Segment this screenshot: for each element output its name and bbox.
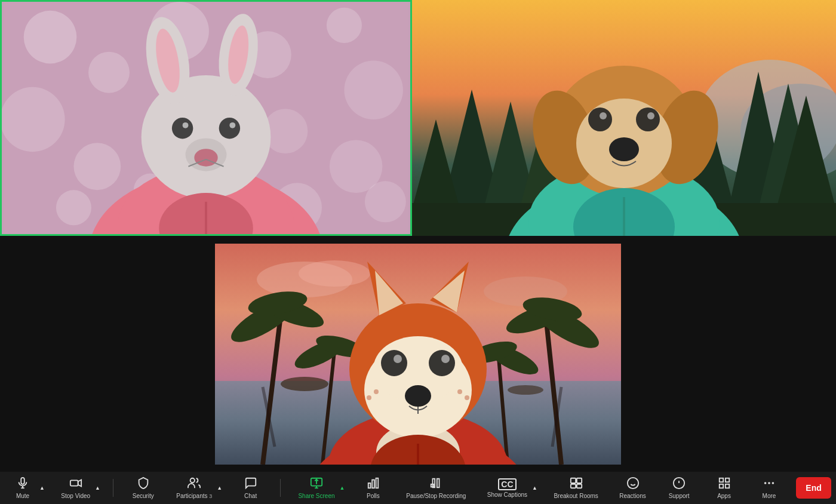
stop-video-button[interactable]: Stop Video bbox=[55, 474, 96, 502]
svg-point-97 bbox=[457, 389, 462, 394]
stop-video-label: Stop Video bbox=[61, 493, 90, 499]
svg-point-26 bbox=[229, 122, 235, 128]
more-label: More bbox=[763, 493, 776, 499]
apps-label: Apps bbox=[717, 493, 731, 499]
reactions-icon bbox=[626, 477, 640, 491]
svg-rect-120 bbox=[577, 478, 582, 483]
reactions-button[interactable]: Reactions bbox=[613, 474, 651, 502]
share-screen-button[interactable]: Share Screen bbox=[292, 474, 340, 502]
polls-button[interactable]: Polls bbox=[355, 474, 391, 502]
participants-label: Participants 3 bbox=[176, 493, 212, 499]
breakout-rooms-button[interactable]: Breakout Rooms bbox=[548, 474, 604, 502]
participants-icon bbox=[188, 477, 201, 491]
toolbar: Mute ▲ Stop Video ▲ bbox=[0, 472, 836, 504]
svg-point-55 bbox=[609, 137, 639, 161]
participants-group: Participants 3 ▲ bbox=[170, 474, 223, 502]
svg-point-91 bbox=[394, 355, 402, 363]
share-screen-label: Share Screen bbox=[298, 493, 334, 499]
svg-point-60 bbox=[299, 260, 370, 287]
more-button[interactable]: More bbox=[751, 474, 787, 502]
svg-point-8 bbox=[73, 143, 121, 190]
svg-rect-122 bbox=[577, 484, 582, 488]
svg-point-133 bbox=[764, 482, 767, 484]
chat-button[interactable]: Chat bbox=[233, 474, 269, 502]
svg-point-77 bbox=[281, 377, 328, 391]
participants-chevron[interactable]: ▲ bbox=[216, 476, 223, 500]
breakout-rooms-icon bbox=[570, 477, 583, 491]
svg-point-7 bbox=[2, 87, 65, 152]
svg-point-51 bbox=[588, 107, 612, 131]
support-button[interactable]: Support bbox=[661, 474, 697, 502]
polls-icon bbox=[367, 477, 380, 491]
svg-point-123 bbox=[627, 478, 638, 488]
svg-rect-115 bbox=[376, 478, 378, 488]
share-screen-chevron[interactable]: ▲ bbox=[339, 476, 346, 500]
mute-button[interactable]: Mute bbox=[5, 474, 41, 502]
svg-rect-131 bbox=[719, 484, 723, 488]
svg-rect-113 bbox=[368, 483, 371, 488]
mute-chevron[interactable]: ▲ bbox=[38, 476, 46, 500]
svg-point-5 bbox=[327, 8, 362, 43]
svg-point-78 bbox=[508, 385, 543, 395]
security-label: Security bbox=[133, 493, 154, 499]
camera-icon bbox=[69, 477, 82, 491]
svg-rect-106 bbox=[70, 480, 78, 485]
captions-chevron[interactable]: ▲ bbox=[531, 476, 539, 500]
share-screen-icon bbox=[310, 477, 323, 491]
svg-rect-130 bbox=[725, 478, 729, 482]
participants-button[interactable]: Participants 3 bbox=[170, 474, 218, 502]
svg-point-135 bbox=[772, 482, 774, 484]
svg-point-24 bbox=[219, 118, 240, 139]
security-button[interactable]: Security bbox=[125, 474, 161, 502]
reactions-label: Reactions bbox=[619, 493, 646, 499]
divider-1 bbox=[113, 479, 113, 497]
svg-point-96 bbox=[367, 395, 371, 400]
pause-recording-button[interactable]: Pause/Stop Recording bbox=[400, 474, 472, 502]
svg-marker-107 bbox=[78, 480, 81, 487]
apps-icon bbox=[718, 477, 731, 491]
svg-point-2 bbox=[88, 52, 130, 93]
svg-rect-119 bbox=[570, 478, 575, 483]
bottom-row bbox=[0, 236, 836, 472]
video-area bbox=[0, 0, 836, 472]
video-chevron[interactable]: ▲ bbox=[94, 476, 102, 500]
mute-label: Mute bbox=[16, 493, 29, 499]
breakout-rooms-label: Breakout Rooms bbox=[554, 493, 598, 499]
captions-group: CC Show Captions ▲ bbox=[481, 476, 539, 500]
svg-rect-132 bbox=[725, 484, 729, 488]
main-container: Mute ▲ Stop Video ▲ bbox=[0, 0, 836, 504]
svg-rect-129 bbox=[719, 478, 723, 482]
svg-point-28 bbox=[194, 149, 217, 167]
svg-point-134 bbox=[768, 482, 770, 484]
svg-rect-103 bbox=[21, 478, 24, 484]
divider-2 bbox=[280, 479, 281, 497]
svg-point-6 bbox=[344, 60, 402, 119]
svg-point-1 bbox=[24, 11, 77, 64]
more-icon bbox=[763, 477, 776, 491]
microphone-icon bbox=[16, 477, 29, 491]
mute-group: Mute ▲ bbox=[5, 474, 46, 502]
svg-rect-114 bbox=[372, 480, 374, 488]
video-tile-1 bbox=[0, 0, 412, 236]
svg-point-12 bbox=[56, 190, 91, 225]
svg-point-54 bbox=[647, 112, 654, 119]
svg-point-98 bbox=[465, 395, 469, 400]
pause-recording-label: Pause/Stop Recording bbox=[406, 493, 466, 499]
svg-point-52 bbox=[636, 107, 660, 131]
end-button[interactable]: End bbox=[796, 477, 831, 499]
svg-point-93 bbox=[405, 385, 431, 407]
video-tile-3 bbox=[215, 244, 621, 465]
polls-label: Polls bbox=[367, 493, 380, 499]
svg-point-108 bbox=[190, 478, 195, 483]
svg-point-89 bbox=[381, 350, 407, 376]
svg-point-25 bbox=[183, 122, 189, 128]
svg-rect-117 bbox=[437, 479, 439, 488]
captions-button[interactable]: CC Show Captions bbox=[481, 476, 533, 500]
security-icon bbox=[137, 477, 150, 491]
apps-button[interactable]: Apps bbox=[706, 474, 742, 502]
stop-video-group: Stop Video ▲ bbox=[55, 474, 102, 502]
svg-rect-121 bbox=[570, 484, 575, 488]
svg-point-14 bbox=[365, 181, 406, 222]
top-row bbox=[0, 0, 836, 236]
chat-icon bbox=[244, 477, 257, 491]
